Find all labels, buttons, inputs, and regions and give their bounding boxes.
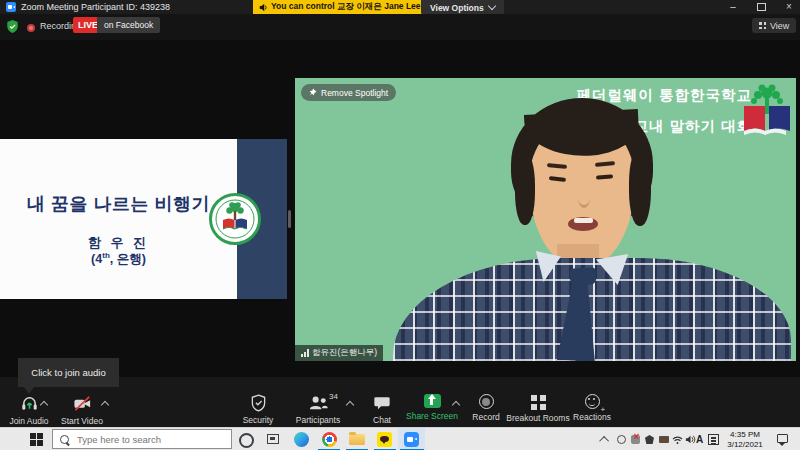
headset-icon <box>20 394 39 413</box>
volume-icon[interactable] <box>685 434 696 445</box>
clock-date: 3/12/2021 <box>722 440 768 450</box>
kakaotalk-icon[interactable] <box>377 432 392 447</box>
reactions-plus-icon: + <box>601 405 606 414</box>
close-button[interactable]: × <box>778 0 800 14</box>
ime-mode-icon[interactable] <box>708 434 719 445</box>
task-view-icon[interactable] <box>267 434 279 444</box>
taskbar-search[interactable] <box>52 429 232 449</box>
shared-slide: 내 꿈을 나르는 비행기 함 우 진 (4th, 은행) <box>0 139 287 299</box>
participant-hair-side <box>515 153 535 225</box>
record-icon <box>479 394 494 409</box>
start-video-label: Start Video <box>61 416 103 426</box>
maximize-icon <box>757 3 766 11</box>
edge-icon[interactable] <box>294 432 309 447</box>
reactions-button[interactable]: + Reactions <box>557 394 627 422</box>
participants-label: Participants <box>296 415 340 425</box>
chrome-icon[interactable] <box>322 432 337 447</box>
pin-icon <box>309 88 317 97</box>
view-options-button[interactable]: View Options <box>421 0 504 15</box>
remove-spotlight-label: Remove Spotlight <box>321 88 388 98</box>
ime-language-indicator[interactable]: A <box>696 434 703 445</box>
participant-name-label: 함유진(은행나무) <box>312 347 377 359</box>
grade-open: (4 <box>91 252 102 266</box>
chat-label: Chat <box>373 415 391 425</box>
chevron-down-icon <box>487 2 495 10</box>
windows-taskbar: A 4:35 PM 3/12/2021 <box>0 427 800 450</box>
meeting-toolbar: Join Audio Start Video Security <box>0 377 800 427</box>
maximize-button[interactable] <box>750 0 772 14</box>
grade-sup: th <box>102 251 110 260</box>
speaker-icon <box>259 3 268 12</box>
search-input[interactable] <box>75 433 219 446</box>
meeting-status-bar: Recording LIVE on Facebook View <box>0 14 800 40</box>
school-books-logo <box>740 80 794 142</box>
join-audio-tooltip: Click to join audio <box>18 358 119 387</box>
window-title: Zoom Meeting Participant ID: 439238 <box>21 0 170 14</box>
shield-icon <box>250 394 267 412</box>
remove-spotlight-button[interactable]: Remove Spotlight <box>301 84 396 101</box>
participant-hair-side <box>629 148 651 226</box>
title-bar: Zoom Meeting Participant ID: 439238 You … <box>0 0 800 14</box>
share-screen-icon <box>424 394 441 408</box>
participants-icon <box>308 394 329 412</box>
grid-view-icon <box>759 22 766 29</box>
tray-error-icon[interactable] <box>631 435 640 444</box>
tray-sync-icon[interactable] <box>617 435 626 444</box>
view-button-label: View <box>770 21 789 31</box>
action-center-icon[interactable] <box>777 434 788 443</box>
windows-logo-icon <box>30 433 36 439</box>
grade-close: , 은행) <box>110 252 146 266</box>
slide-presenter-name: 함 우 진 <box>0 234 237 252</box>
taskbar-clock[interactable]: 4:35 PM 3/12/2021 <box>722 430 768 449</box>
search-icon <box>60 435 69 444</box>
live-target-badge: on Facebook <box>97 17 160 33</box>
tray-app-icon[interactable] <box>659 436 669 443</box>
record-label: Record <box>472 412 499 422</box>
cortana-icon[interactable] <box>239 433 254 448</box>
tooltip-tail <box>24 387 34 394</box>
zoom-app-icon <box>6 2 16 12</box>
pane-divider-handle[interactable] <box>288 210 291 228</box>
participant-teeth <box>574 218 593 223</box>
minimize-button[interactable]: – <box>722 0 744 14</box>
start-button[interactable] <box>0 428 50 450</box>
zoom-meeting-window: Zoom Meeting Participant ID: 439238 You … <box>0 0 800 450</box>
participant-nose <box>578 188 590 208</box>
view-options-label: View Options <box>430 3 484 13</box>
recording-indicator-icon[interactable] <box>27 24 35 32</box>
reactions-icon <box>585 394 600 409</box>
breakout-rooms-icon <box>531 395 537 401</box>
chat-bubble-icon <box>373 394 391 412</box>
spotlight-video[interactable]: 페더럴웨이 통합한국학교 ’ 교내 말하기 대회 <box>295 78 796 361</box>
show-hidden-icons-chevron[interactable] <box>599 436 609 446</box>
slide-presenter-grade: (4th, 은행) <box>0 251 237 268</box>
start-video-button[interactable]: Start Video <box>47 394 117 426</box>
security-label: Security <box>243 415 274 425</box>
network-icon[interactable] <box>672 435 683 445</box>
tray-app-icon[interactable] <box>645 435 654 444</box>
zoom-taskbar-icon[interactable] <box>404 432 419 447</box>
school-seal-logo <box>209 193 261 245</box>
encryption-shield-icon[interactable] <box>6 19 19 34</box>
participants-count-badge: 34 <box>329 392 338 401</box>
participant-name-tag: 함유진(은행나무) <box>295 345 383 361</box>
file-explorer-icon[interactable] <box>349 434 365 445</box>
slide-title: 내 꿈을 나르는 비행기 <box>0 192 237 216</box>
view-layout-button[interactable]: View <box>752 18 796 33</box>
join-audio-label: Join Audio <box>9 416 48 426</box>
join-audio-tooltip-text: Click to join audio <box>31 367 105 378</box>
participants-button[interactable]: Participants <box>283 394 353 425</box>
clock-time: 4:35 PM <box>722 430 768 440</box>
start-video-caret[interactable] <box>101 400 109 408</box>
reactions-label: Reactions <box>573 412 611 422</box>
camera-off-icon <box>73 394 92 413</box>
signal-bars-icon <box>301 349 309 357</box>
